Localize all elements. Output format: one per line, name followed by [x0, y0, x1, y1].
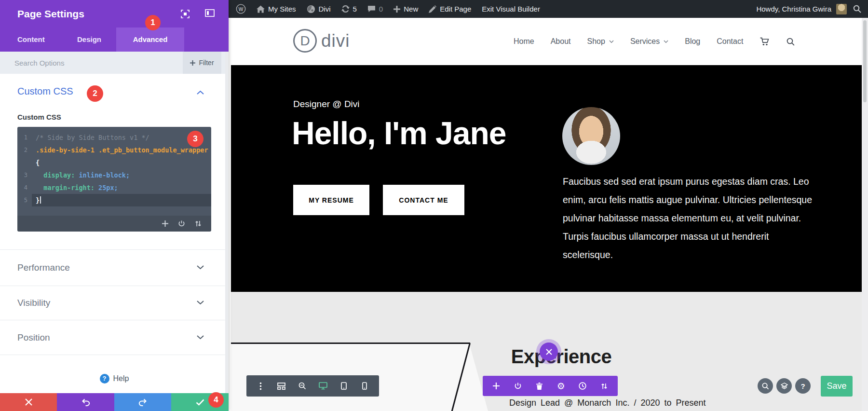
scrollbar-thumb[interactable] [863, 20, 867, 102]
code-editor-area[interactable]: 1 /* Side by Side Buttons v1 */ 2 .side-… [17, 127, 211, 216]
new-content-menu[interactable]: New [388, 0, 423, 18]
panel-scrollbar[interactable] [225, 52, 229, 393]
wp-admin-bar: W My Sites Divi [229, 0, 868, 18]
layers-button[interactable] [776, 378, 792, 394]
code-property: margin-right: [36, 184, 95, 192]
history-clock-icon[interactable] [576, 382, 589, 390]
browser-scrollbar[interactable] [862, 18, 868, 411]
edit-page-menu[interactable]: Edit Page [423, 0, 476, 18]
custom-css-section-heading[interactable]: Custom CSS [17, 86, 73, 97]
updates-count: 5 [353, 5, 357, 13]
save-button[interactable]: Save [821, 376, 853, 397]
experience-meta: Design Lead @ Monarch Inc. / 2020 to Pre… [509, 398, 706, 408]
wordpress-logo-icon: W [236, 4, 246, 14]
expand-settings-icon[interactable] [180, 9, 190, 19]
plus-icon [393, 6, 400, 13]
updates-menu[interactable]: 5 [336, 0, 362, 18]
contact-me-button[interactable]: CONTACT ME [383, 185, 464, 215]
code-editor-toolbar [17, 216, 211, 232]
exit-visual-builder[interactable]: Exit Visual Builder [476, 0, 545, 18]
redo-button[interactable] [114, 393, 171, 411]
site-header: D divi Home About Shop Services Blog Con… [231, 18, 862, 65]
code-value: inline-block; [75, 171, 130, 179]
nav-services[interactable]: Services [630, 37, 668, 46]
section-label: Performance [17, 250, 70, 286]
help-label: Help [113, 374, 129, 383]
step-badge-2: 2 [87, 85, 103, 102]
comments-count: 0 [379, 5, 383, 13]
tab-content[interactable]: Content [17, 27, 45, 52]
section-label: Position [17, 320, 50, 355]
tab-advanced[interactable]: Advanced [116, 27, 184, 52]
cart-icon[interactable] [760, 37, 770, 46]
section-visibility[interactable]: Visibility [0, 286, 229, 320]
import-icon[interactable] [178, 220, 185, 227]
experience-heading: Experience [503, 346, 619, 368]
howdy-label: Howdy, Christina Gwira [756, 5, 831, 13]
section-position[interactable]: Position [0, 320, 229, 355]
add-module-icon[interactable] [490, 383, 502, 389]
settings-gear-icon[interactable]: ⚙ [555, 382, 567, 391]
section-performance[interactable]: Performance [0, 249, 229, 286]
reorder-icon[interactable] [598, 383, 610, 390]
account-menu[interactable]: Howdy, Christina Gwira [752, 5, 835, 13]
undo-button[interactable] [57, 393, 114, 411]
site-logo[interactable]: D divi [293, 29, 350, 53]
avatar[interactable] [836, 4, 847, 14]
page-zoom-button[interactable] [758, 378, 773, 394]
nav-contact[interactable]: Contact [717, 37, 743, 46]
code-selector: .side-by-side-1 .et_pb_button_module_wra… [36, 146, 208, 154]
phone-view-icon[interactable] [358, 382, 371, 390]
filter-button[interactable]: Filter [183, 52, 221, 74]
close-module-button[interactable] [540, 342, 558, 361]
help-button[interactable]: ? [795, 378, 811, 394]
chevron-up-icon[interactable] [197, 90, 204, 95]
discard-button[interactable] [0, 393, 57, 411]
chevron-down-icon [664, 40, 668, 43]
delete-icon[interactable] [533, 383, 546, 390]
options-search-bar: Filter [0, 52, 229, 74]
comments-menu[interactable]: 0 [362, 0, 388, 18]
wp-logo-menu[interactable]: W [231, 0, 251, 18]
wireframe-view-icon[interactable] [275, 383, 288, 390]
search-options-input[interactable] [14, 52, 149, 74]
custom-css-field-label: Custom CSS [17, 113, 61, 121]
text-cursor [40, 196, 41, 204]
code-property: display: [36, 171, 75, 179]
svg-text:W: W [239, 6, 244, 12]
logo-mark: D [293, 29, 317, 53]
section-border-top [231, 342, 470, 344]
drag-handle-icon[interactable] [255, 382, 267, 390]
chevron-down-icon [197, 301, 204, 305]
header-search-icon[interactable] [787, 38, 795, 46]
nav-about[interactable]: About [551, 37, 571, 46]
custom-css-code-editor[interactable]: 1 /* Side by Side Buttons v1 */ 2 .side-… [17, 127, 211, 232]
nav-blog[interactable]: Blog [685, 37, 700, 46]
question-icon: ? [800, 382, 805, 390]
builder-gutter [229, 18, 231, 411]
zoom-out-icon[interactable] [296, 382, 309, 390]
my-resume-button[interactable]: MY RESUME [293, 185, 369, 215]
site-menu[interactable]: Divi [301, 0, 336, 18]
panel-position-icon[interactable] [205, 9, 215, 19]
responsive-preview-toolbar [246, 375, 379, 397]
tablet-view-icon[interactable] [338, 382, 350, 390]
hero-title: Hello, I'm Jane [292, 115, 506, 151]
tab-design[interactable]: Design [77, 27, 101, 52]
my-sites-menu[interactable]: My Sites [251, 0, 301, 18]
help-link[interactable]: ? Help [0, 370, 229, 387]
new-label: New [404, 5, 418, 13]
line-number: 4 [17, 181, 32, 194]
page-settings-panel: Page Settings Content Design Advanced 1 [0, 0, 229, 411]
save-to-library-icon[interactable] [512, 382, 524, 390]
desktop-view-icon[interactable] [317, 382, 329, 390]
panel-title: Page Settings [17, 0, 84, 27]
hero-paragraph: Faucibus sed sed erat ipsum purus egesta… [563, 172, 821, 264]
nav-shop[interactable]: Shop [587, 37, 614, 46]
add-icon[interactable] [162, 220, 168, 227]
sort-icon[interactable] [195, 220, 202, 227]
admin-search-icon[interactable] [851, 5, 868, 13]
nav-home[interactable]: Home [514, 37, 534, 46]
line-number: 2 [17, 144, 32, 169]
comment-icon [367, 5, 376, 13]
